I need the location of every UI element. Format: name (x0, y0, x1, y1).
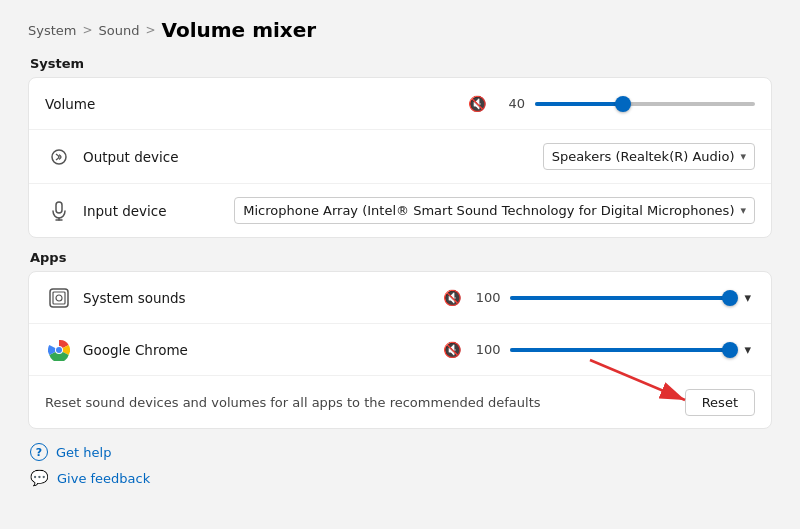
input-icon (45, 201, 73, 221)
chrome-icon (45, 339, 73, 361)
output-controls: Speakers (Realtek(R) Audio) ▾ (543, 143, 755, 170)
breadcrumb-current: Volume mixer (162, 18, 317, 42)
input-chev-icon: ▾ (740, 204, 746, 217)
chrome-mute-icon[interactable]: 🔇 (443, 341, 462, 359)
system-sounds-fill (510, 296, 730, 300)
get-help-link[interactable]: ? Get help (30, 443, 772, 461)
system-sounds-label: System sounds (83, 290, 186, 306)
give-feedback-link[interactable]: 💬 Give feedback (30, 469, 772, 487)
get-help-icon: ? (30, 443, 48, 461)
volume-track (535, 102, 755, 106)
system-sounds-mute-icon[interactable]: 🔇 (443, 289, 462, 307)
system-sounds-icon (45, 287, 73, 309)
output-label: Output device (83, 149, 183, 165)
chrome-fill (510, 348, 730, 352)
input-value: Microphone Array (Intel® Smart Sound Tec… (243, 203, 734, 218)
output-chev-icon: ▾ (740, 150, 746, 163)
breadcrumb-sep2: > (145, 23, 155, 37)
system-sounds-value: 100 (472, 290, 500, 305)
svg-rect-1 (56, 202, 62, 213)
chrome-track (510, 348, 730, 352)
chrome-expand-icon[interactable]: ▾ (740, 342, 755, 357)
chrome-slider[interactable] (510, 340, 730, 360)
svg-rect-5 (53, 292, 65, 304)
reset-button[interactable]: Reset (685, 389, 755, 416)
system-card: Volume 🔇 40 Outpu (28, 77, 772, 238)
volume-thumb[interactable] (615, 96, 631, 112)
system-sounds-controls: 🔇 100 ▾ (443, 288, 755, 308)
give-feedback-icon: 💬 (30, 469, 49, 487)
google-chrome-row: Google Chrome 🔇 100 ▾ (29, 324, 771, 376)
reset-row: Reset sound devices and volumes for all … (29, 376, 771, 428)
volume-fill (535, 102, 623, 106)
volume-controls: 🔇 40 (468, 94, 755, 114)
volume-value: 40 (497, 96, 525, 111)
chrome-controls: 🔇 100 ▾ (443, 340, 755, 360)
output-icon (45, 147, 73, 167)
input-label: Input device (83, 203, 183, 219)
volume-mute-icon[interactable]: 🔇 (468, 95, 487, 113)
get-help-label: Get help (56, 445, 111, 460)
system-sounds-thumb[interactable] (722, 290, 738, 306)
output-dropdown[interactable]: Speakers (Realtek(R) Audio) ▾ (543, 143, 755, 170)
reset-text: Reset sound devices and volumes for all … (45, 395, 685, 410)
input-controls: Microphone Array (Intel® Smart Sound Tec… (234, 197, 755, 224)
input-dropdown[interactable]: Microphone Array (Intel® Smart Sound Tec… (234, 197, 755, 224)
svg-point-6 (56, 295, 62, 301)
system-sounds-expand-icon[interactable]: ▾ (740, 290, 755, 305)
volume-label: Volume (45, 96, 145, 112)
chrome-label: Google Chrome (83, 342, 188, 358)
breadcrumb-sep1: > (82, 23, 92, 37)
volume-slider[interactable] (535, 94, 755, 114)
chrome-thumb[interactable] (722, 342, 738, 358)
chrome-value: 100 (472, 342, 500, 357)
system-sounds-row: System sounds 🔇 100 ▾ (29, 272, 771, 324)
volume-row: Volume 🔇 40 (29, 78, 771, 130)
output-value: Speakers (Realtek(R) Audio) (552, 149, 735, 164)
input-device-row: Input device Microphone Array (Intel® Sm… (29, 184, 771, 237)
breadcrumb-system[interactable]: System (28, 23, 76, 38)
give-feedback-label: Give feedback (57, 471, 150, 486)
apps-card: System sounds 🔇 100 ▾ (28, 271, 772, 429)
apps-section-label: Apps (28, 250, 772, 265)
breadcrumb-sound[interactable]: Sound (99, 23, 140, 38)
bottom-links: ? Get help 💬 Give feedback (28, 443, 772, 487)
system-sounds-slider[interactable] (510, 288, 730, 308)
breadcrumb: System > Sound > Volume mixer (28, 18, 772, 42)
output-device-row: Output device Speakers (Realtek(R) Audio… (29, 130, 771, 184)
system-sounds-track (510, 296, 730, 300)
system-section-label: System (28, 56, 772, 71)
